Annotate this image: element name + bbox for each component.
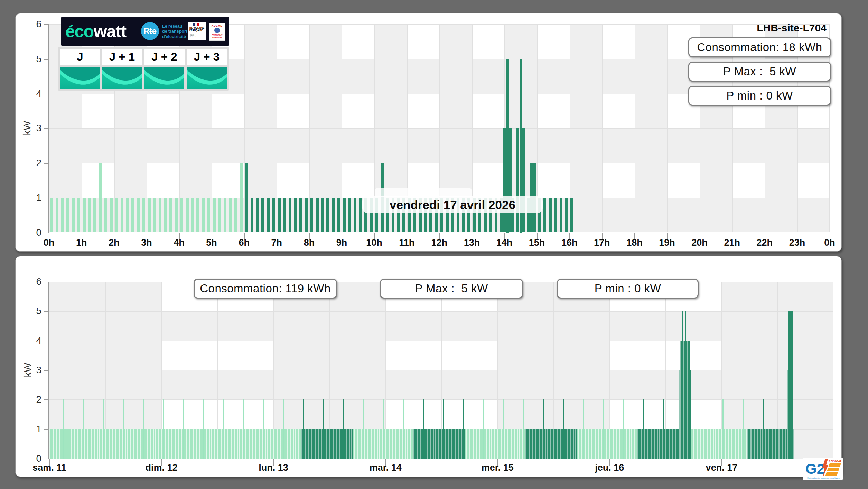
svg-text:FRANCE: FRANCE <box>829 459 841 462</box>
svg-text:Optimisation des ressources én: Optimisation des ressources énergétiques <box>807 477 840 479</box>
svg-text:G2: G2 <box>805 461 825 477</box>
